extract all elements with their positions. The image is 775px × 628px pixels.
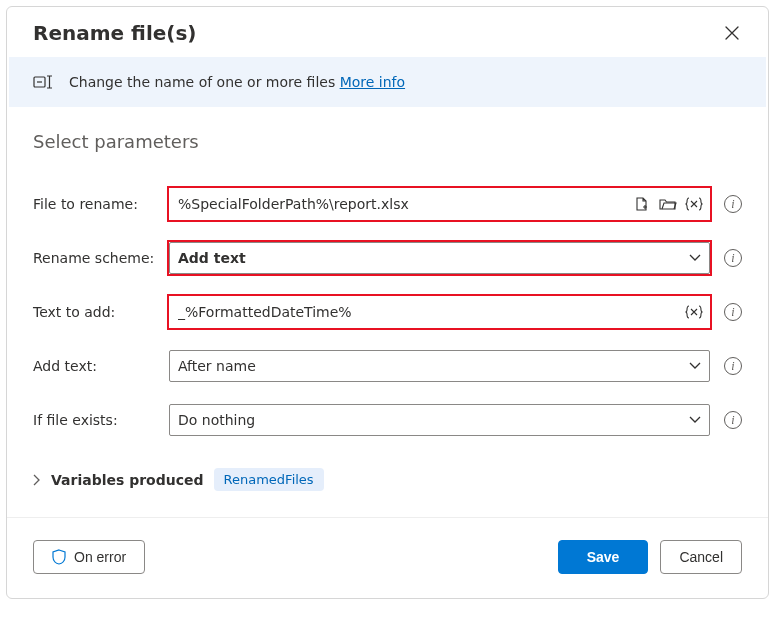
field-file-to-rename [169,188,710,220]
field-add-text: After name [169,350,710,382]
input-text-to-add[interactable] [169,296,710,328]
info-banner: Change the name of one or more files Mor… [9,57,766,107]
chevron-right-icon[interactable] [33,474,41,486]
dialog-header: Rename file(s) [7,7,768,57]
info-icon[interactable]: i [724,411,742,429]
on-error-button[interactable]: On error [33,540,145,574]
variable-badge[interactable]: RenamedFiles [214,468,324,491]
label-file-to-rename: File to rename: [33,196,159,212]
save-button[interactable]: Save [558,540,649,574]
info-icon[interactable]: i [724,249,742,267]
close-icon [725,26,739,40]
field-rename-scheme: Add text [169,242,710,274]
dialog-title: Rename file(s) [33,21,197,45]
row-text-to-add: Text to add: i [33,296,742,328]
parameters-section: File to rename: i Rename scheme [7,162,768,462]
browse-folder-icon[interactable] [658,194,678,214]
info-icon[interactable]: i [724,195,742,213]
label-rename-scheme: Rename scheme: [33,250,159,266]
close-button[interactable] [722,23,742,43]
select-if-file-exists[interactable]: Do nothing [169,404,710,436]
row-file-to-rename: File to rename: i [33,188,742,220]
chevron-down-icon [689,254,701,262]
more-info-link[interactable]: More info [340,74,405,90]
shield-icon [52,549,66,565]
footer-right: Save Cancel [558,540,742,574]
select-rename-scheme[interactable]: Add text [169,242,710,274]
info-icon[interactable]: i [724,303,742,321]
variables-produced-row: Variables produced RenamedFiles [7,462,768,503]
rename-action-icon [33,73,55,91]
variable-picker-icon[interactable] [684,194,704,214]
field-text-to-add [169,296,710,328]
field-if-file-exists: Do nothing [169,404,710,436]
dialog-footer: On error Save Cancel [7,517,768,598]
label-add-text: Add text: [33,358,159,374]
label-text-to-add: Text to add: [33,304,159,320]
select-add-text[interactable]: After name [169,350,710,382]
banner-text: Change the name of one or more files Mor… [69,74,405,90]
rename-files-dialog: Rename file(s) Change the name of one or… [6,6,769,599]
cancel-button[interactable]: Cancel [660,540,742,574]
label-if-file-exists: If file exists: [33,412,159,428]
select-file-icon[interactable] [632,194,652,214]
chevron-down-icon [689,362,701,370]
row-if-file-exists: If file exists: Do nothing i [33,404,742,436]
variables-produced-label[interactable]: Variables produced [51,472,204,488]
row-rename-scheme: Rename scheme: Add text i [33,242,742,274]
variable-picker-icon[interactable] [684,302,704,322]
chevron-down-icon [689,416,701,424]
row-add-text: Add text: After name i [33,350,742,382]
input-file-to-rename[interactable] [169,188,710,220]
section-title: Select parameters [7,107,768,162]
info-icon[interactable]: i [724,357,742,375]
